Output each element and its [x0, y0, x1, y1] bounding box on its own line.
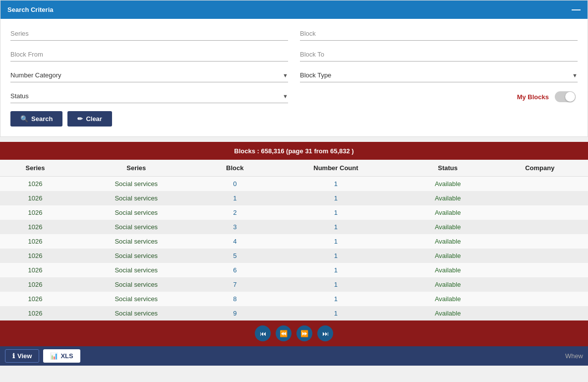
cell-count: 1 — [268, 306, 404, 320]
cell-count: 1 — [268, 205, 404, 220]
table-row[interactable]: 1026 Social services 9 1 Available — [0, 306, 588, 320]
status-select[interactable]: Status — [10, 89, 283, 103]
col-status: Status — [404, 160, 492, 177]
table-row[interactable]: 1026 Social services 8 1 Available — [0, 292, 588, 306]
series-group — [10, 27, 288, 41]
cell-block: 8 — [202, 292, 268, 306]
first-page-icon: ⏮ — [260, 330, 266, 337]
table-row[interactable]: 1026 Social services 7 1 Available — [0, 277, 588, 292]
table-row[interactable]: 1026 Social services 2 1 Available — [0, 205, 588, 220]
series-input[interactable] — [10, 27, 288, 41]
cell-series-num: 1026 — [0, 249, 70, 263]
whew-label: Whew — [565, 352, 583, 360]
block-group — [300, 27, 578, 41]
prev-page-button[interactable]: ⏪ — [276, 325, 292, 341]
cell-block: 3 — [202, 220, 268, 234]
header-row: Series Series Block Number Count Status … — [0, 160, 588, 177]
last-page-button[interactable]: ⏭ — [317, 325, 333, 341]
table-row[interactable]: 1026 Social services 3 1 Available — [0, 220, 588, 234]
button-row: 🔍 Search ✏ Clear — [10, 111, 578, 127]
xls-button-label: XLS — [60, 352, 73, 360]
cell-series-name: Social services — [70, 177, 202, 191]
cell-count: 1 — [268, 191, 404, 205]
table-body: 1026 Social services 0 1 Available 1026 … — [0, 177, 588, 321]
block-type-chevron-icon: ▼ — [572, 72, 578, 78]
cell-company — [492, 292, 588, 306]
first-page-button[interactable]: ⏮ — [255, 325, 271, 341]
results-summary: Blocks : 658,316 (page 31 from 65,832 ) — [234, 147, 353, 155]
clear-icon: ✏ — [77, 115, 83, 123]
cell-series-name: Social services — [70, 292, 202, 306]
col-series-num: Series — [0, 160, 70, 177]
cell-company — [492, 277, 588, 292]
col-series-name: Series — [70, 160, 202, 177]
cell-block: 0 — [202, 177, 268, 191]
view-button-label: View — [17, 352, 32, 360]
my-blocks-toggle[interactable] — [555, 91, 576, 102]
next-page-button[interactable]: ⏩ — [296, 325, 312, 341]
toggle-knob — [565, 92, 575, 102]
search-icon: 🔍 — [20, 115, 28, 123]
results-header: Blocks : 658,316 (page 31 from 65,832 ) — [0, 142, 588, 160]
cell-company — [492, 177, 588, 191]
cell-series-name: Social services — [70, 234, 202, 249]
bottom-bar: ℹ View 📊 XLS Whew — [0, 346, 588, 366]
status-wrapper: Status ▼ — [10, 89, 288, 103]
form-row-4: Status ▼ My Blocks — [10, 89, 578, 103]
my-blocks-row: My Blocks — [300, 91, 578, 102]
cell-series-num: 1026 — [0, 191, 70, 205]
table-row[interactable]: 1026 Social services 1 1 Available — [0, 191, 588, 205]
cell-count: 1 — [268, 263, 404, 277]
cell-status: Available — [404, 249, 492, 263]
form-row-3: Number Category ▼ Block Type ▼ — [10, 68, 578, 82]
cell-series-num: 1026 — [0, 220, 70, 234]
results-table: Series Series Block Number Count Status … — [0, 160, 588, 320]
search-criteria-title: Search Criteria — [7, 6, 54, 13]
block-to-input[interactable] — [300, 48, 578, 62]
table-row[interactable]: 1026 Social services 0 1 Available — [0, 177, 588, 191]
cell-block: 1 — [202, 191, 268, 205]
block-to-group — [300, 48, 578, 62]
cell-status: Available — [404, 177, 492, 191]
cell-company — [492, 220, 588, 234]
form-row-1 — [10, 27, 578, 41]
number-category-select[interactable]: Number Category — [10, 68, 283, 82]
number-category-wrapper: Number Category ▼ — [10, 68, 288, 82]
clear-button[interactable]: ✏ Clear — [67, 111, 112, 127]
cell-series-num: 1026 — [0, 263, 70, 277]
cell-company — [492, 249, 588, 263]
my-blocks-group: My Blocks — [300, 89, 578, 103]
block-from-group — [10, 48, 288, 62]
cell-series-name: Social services — [70, 205, 202, 220]
cell-block: 4 — [202, 234, 268, 249]
block-from-input[interactable] — [10, 48, 288, 62]
info-icon: ℹ — [12, 352, 15, 360]
xls-button[interactable]: 📊 XLS — [43, 349, 80, 363]
cell-series-num: 1026 — [0, 306, 70, 320]
last-page-icon: ⏭ — [322, 330, 329, 337]
search-button[interactable]: 🔍 Search — [10, 111, 62, 127]
next-page-icon: ⏩ — [300, 330, 308, 337]
cell-status: Available — [404, 277, 492, 292]
block-input[interactable] — [300, 27, 578, 41]
status-chevron-icon: ▼ — [283, 93, 288, 99]
table-row[interactable]: 1026 Social services 4 1 Available — [0, 234, 588, 249]
search-header: Search Criteria — — [0, 0, 588, 19]
cell-company — [492, 306, 588, 320]
number-category-group: Number Category ▼ — [10, 68, 288, 82]
table-header: Series Series Block Number Count Status … — [0, 160, 588, 177]
table-row[interactable]: 1026 Social services 6 1 Available — [0, 263, 588, 277]
form-row-2 — [10, 48, 578, 62]
cell-count: 1 — [268, 234, 404, 249]
minimize-button[interactable]: — — [572, 4, 581, 15]
status-group: Status ▼ — [10, 89, 288, 103]
view-button[interactable]: ℹ View — [5, 349, 39, 363]
cell-series-num: 1026 — [0, 234, 70, 249]
cell-company — [492, 191, 588, 205]
cell-status: Available — [404, 205, 492, 220]
table-row[interactable]: 1026 Social services 5 1 Available — [0, 249, 588, 263]
block-type-select[interactable]: Block Type — [300, 68, 572, 82]
cell-series-name: Social services — [70, 191, 202, 205]
xls-icon: 📊 — [50, 352, 58, 360]
col-block: Block — [202, 160, 268, 177]
